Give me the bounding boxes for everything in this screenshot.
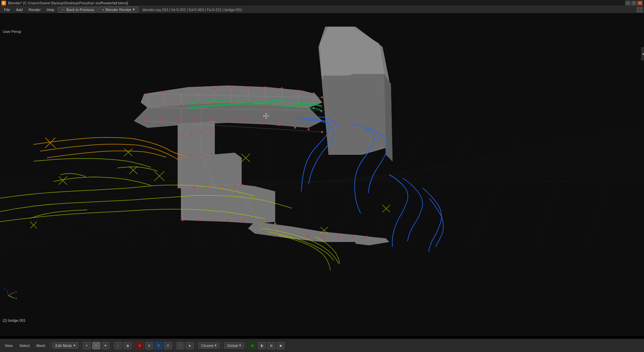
icon-btn-5[interactable]: ⊞ bbox=[249, 342, 257, 349]
icon-btn-8[interactable]: ◉ bbox=[277, 342, 285, 349]
proportional-selector[interactable]: Closest ▾ bbox=[198, 342, 220, 349]
close-button[interactable]: ✕ bbox=[637, 1, 643, 5]
display-icon: ◑ bbox=[126, 344, 129, 347]
svg-point-58 bbox=[160, 118, 162, 120]
svg-point-94 bbox=[323, 235, 325, 237]
snap-icon: ⚫ bbox=[178, 343, 183, 348]
svg-point-63 bbox=[244, 120, 246, 122]
svg-point-93 bbox=[308, 235, 310, 237]
maximize-button[interactable]: □ bbox=[631, 1, 637, 5]
icon-6: ◧ bbox=[261, 344, 264, 347]
icon-8: ◉ bbox=[279, 344, 282, 347]
svg-point-95 bbox=[338, 235, 340, 237]
edge-select-button[interactable]: ━ bbox=[92, 342, 100, 349]
menu-help[interactable]: Help bbox=[44, 7, 57, 12]
3d-viewport[interactable]: User Persp bbox=[0, 13, 644, 336]
select-button[interactable]: Select bbox=[17, 343, 33, 348]
snap-button[interactable]: ⚫ bbox=[176, 342, 184, 349]
svg-marker-28 bbox=[178, 121, 215, 158]
red-icon: ⊞ bbox=[139, 344, 141, 347]
svg-point-82 bbox=[240, 184, 243, 186]
engine-icon: ● bbox=[102, 8, 104, 11]
vertex-icon: ● bbox=[86, 344, 88, 347]
icon-btn-1[interactable]: ⊞ bbox=[136, 342, 144, 349]
object-info: (2) bridge.001 bbox=[3, 318, 26, 322]
svg-point-76 bbox=[210, 153, 212, 155]
separator-2 bbox=[80, 342, 81, 349]
separator-7 bbox=[222, 342, 222, 349]
transform-orientation[interactable]: Global ▾ bbox=[224, 342, 244, 349]
svg-point-65 bbox=[277, 124, 279, 126]
back-to-previous-button[interactable]: ← Back to Previous bbox=[58, 7, 98, 13]
separator-5 bbox=[174, 342, 174, 349]
face-select-button[interactable]: ■ bbox=[102, 342, 110, 349]
global-label: Global bbox=[227, 344, 238, 348]
svg-point-78 bbox=[194, 186, 196, 188]
svg-point-70 bbox=[190, 133, 192, 135]
menu-render[interactable]: Render bbox=[26, 7, 43, 12]
icon-btn-7[interactable]: ⊞ bbox=[267, 342, 275, 349]
bottom-toolbar: View Select Mesh Edit Mode ▾ ● ━ ■ ○ ◑ ⊞… bbox=[0, 339, 644, 352]
svg-point-62 bbox=[227, 119, 229, 121]
global-dropdown-icon: ▾ bbox=[239, 343, 241, 348]
edge-icon: ━ bbox=[95, 344, 97, 347]
vertex-select-button[interactable]: ● bbox=[83, 342, 91, 349]
svg-point-85 bbox=[212, 219, 214, 221]
window-title: Blender* [C:\Users\Swivel Backup\Desktop… bbox=[8, 1, 128, 5]
svg-point-64 bbox=[261, 122, 263, 124]
svg-point-66 bbox=[294, 127, 296, 129]
svg-text:X: X bbox=[15, 291, 17, 294]
separator-6 bbox=[196, 342, 196, 349]
svg-point-96 bbox=[353, 235, 355, 237]
back-label: Back to Previous bbox=[66, 8, 94, 12]
edit-mode-selector[interactable]: Edit Mode ▾ bbox=[52, 342, 78, 349]
engine-label: Blender Render bbox=[106, 8, 131, 12]
window-controls[interactable]: — □ ✕ bbox=[625, 1, 643, 5]
svg-text:Z: Z bbox=[4, 287, 6, 291]
svg-marker-30 bbox=[181, 185, 275, 223]
svg-marker-24 bbox=[322, 74, 386, 155]
svg-point-72 bbox=[210, 132, 212, 134]
render-engine-selector[interactable]: ● Blender Render ▾ bbox=[99, 6, 139, 13]
view-button[interactable]: View bbox=[2, 343, 15, 348]
svg-marker-29 bbox=[178, 153, 241, 188]
blender-icon: B bbox=[1, 1, 6, 5]
blue-icon: ⊞ bbox=[157, 344, 160, 347]
xray-icon: ○ bbox=[117, 344, 119, 347]
back-icon: ← bbox=[61, 8, 65, 12]
svg-point-86 bbox=[227, 219, 229, 221]
proportional-dropdown-icon: ▾ bbox=[215, 343, 217, 348]
object-name: (2) bridge.001 bbox=[3, 318, 26, 322]
separator-1 bbox=[50, 342, 50, 349]
proportional-label: Closest bbox=[201, 344, 214, 348]
menu-file[interactable]: File bbox=[1, 7, 13, 12]
svg-point-74 bbox=[190, 154, 192, 156]
snap-type[interactable]: ◈ bbox=[186, 342, 194, 349]
svg-point-97 bbox=[366, 236, 368, 238]
icon-btn-3[interactable]: ⊞ bbox=[155, 342, 163, 349]
minimize-button[interactable]: — bbox=[625, 1, 631, 5]
svg-point-87 bbox=[242, 219, 244, 221]
info-text: blender.org 263 | Ve:0-252 | Ed:0-463 | … bbox=[143, 8, 242, 12]
icon-btn-6[interactable]: ◧ bbox=[258, 342, 266, 349]
svg-point-67 bbox=[308, 128, 310, 130]
titlebar-left: B Blender* [C:\Users\Swivel Backup\Deskt… bbox=[1, 1, 128, 5]
xray-toggle[interactable]: ○ bbox=[114, 342, 122, 349]
icon-2: ⊟ bbox=[148, 344, 151, 347]
title-bar: B Blender* [C:\Users\Swivel Backup\Deskt… bbox=[0, 0, 644, 6]
display-mode[interactable]: ◑ bbox=[123, 342, 131, 349]
svg-point-80 bbox=[220, 185, 222, 187]
separator-4 bbox=[133, 342, 134, 349]
svg-point-59 bbox=[177, 118, 179, 120]
fullscreen-icon: ⛶ bbox=[638, 8, 641, 11]
svg-text:Y: Y bbox=[15, 297, 17, 300]
icon-btn-4[interactable]: ⊡ bbox=[164, 342, 172, 349]
mesh-button[interactable]: Mesh bbox=[34, 343, 48, 348]
icon-btn-2[interactable]: ⊟ bbox=[145, 342, 153, 349]
svg-point-60 bbox=[194, 117, 196, 119]
info-bar: blender.org 263 | Ve:0-252 | Ed:0-463 | … bbox=[143, 8, 242, 12]
mode-label: Edit Mode bbox=[55, 344, 72, 348]
menu-add[interactable]: Add bbox=[13, 7, 25, 12]
panel-toggle[interactable]: ◀ bbox=[641, 47, 644, 60]
fullscreen-button[interactable]: ⛶ bbox=[637, 7, 643, 12]
